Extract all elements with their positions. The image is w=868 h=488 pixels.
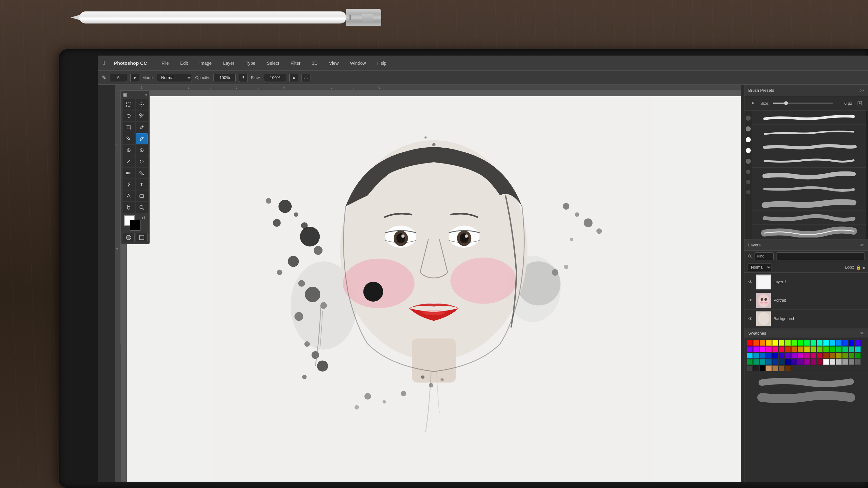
tools-close-btn[interactable]: ✕ bbox=[123, 93, 127, 97]
swatch[interactable] bbox=[848, 340, 854, 346]
menu-filter[interactable]: Filter bbox=[289, 59, 303, 67]
swatch[interactable] bbox=[766, 353, 772, 358]
swatch[interactable] bbox=[747, 365, 753, 371]
swatch[interactable] bbox=[772, 340, 778, 346]
swatch[interactable] bbox=[848, 353, 854, 358]
brush-preset-3[interactable] bbox=[752, 139, 866, 153]
crop-tool[interactable] bbox=[123, 122, 135, 133]
pen-tool[interactable] bbox=[123, 179, 135, 190]
new-brush-icon[interactable] bbox=[855, 99, 864, 108]
swatch[interactable] bbox=[817, 359, 823, 365]
swatch[interactable] bbox=[779, 359, 784, 365]
swatch[interactable] bbox=[766, 359, 772, 365]
mode-select[interactable]: Normal Multiply Screen bbox=[157, 74, 192, 82]
swatch[interactable] bbox=[785, 353, 791, 358]
swatch[interactable] bbox=[753, 340, 759, 346]
swatch[interactable] bbox=[855, 347, 861, 352]
brush-size-slider[interactable] bbox=[773, 103, 833, 104]
swatch[interactable] bbox=[772, 353, 778, 358]
swatch[interactable] bbox=[823, 340, 829, 346]
swatch[interactable] bbox=[753, 353, 759, 358]
brush-presets-collapse-btn[interactable]: ≫ bbox=[860, 88, 864, 93]
swatch[interactable] bbox=[817, 347, 823, 352]
swatch[interactable] bbox=[842, 340, 848, 346]
swatch[interactable] bbox=[855, 353, 861, 358]
swatch[interactable] bbox=[804, 359, 810, 365]
eyedropper-tool[interactable] bbox=[136, 122, 148, 133]
brush-size-down-icon[interactable] bbox=[748, 99, 757, 108]
swatch[interactable] bbox=[804, 340, 810, 346]
layer-item-3[interactable]: 👁 Background bbox=[744, 310, 868, 328]
swatch[interactable] bbox=[823, 347, 829, 352]
tools-expand-btn[interactable]: » bbox=[145, 93, 148, 97]
menu-image[interactable]: Image bbox=[197, 59, 214, 67]
brush-preset-2[interactable] bbox=[752, 125, 866, 139]
layers-visibility-lock-icon[interactable]: ■ bbox=[862, 265, 865, 270]
layers-collapse-btn[interactable]: ≫ bbox=[860, 242, 864, 247]
gradient-tool[interactable] bbox=[123, 168, 135, 178]
brush-preset-bottom-1[interactable] bbox=[744, 373, 868, 389]
layer-1-visibility-icon[interactable]: 👁 bbox=[747, 279, 754, 286]
swatch[interactable] bbox=[785, 340, 791, 346]
swatch[interactable] bbox=[810, 359, 816, 365]
swatch[interactable] bbox=[760, 359, 765, 365]
swatch[interactable] bbox=[747, 347, 753, 352]
swatch[interactable] bbox=[747, 340, 753, 346]
brush-preset-4[interactable] bbox=[752, 153, 866, 168]
layers-lock-icon[interactable]: 🔒 bbox=[856, 265, 861, 270]
reset-colors-icon[interactable]: ↺ bbox=[142, 215, 146, 220]
swatch[interactable] bbox=[810, 353, 816, 358]
menu-select[interactable]: Select bbox=[265, 59, 281, 67]
swatch[interactable] bbox=[836, 353, 842, 358]
swatch[interactable] bbox=[817, 340, 823, 346]
swatch[interactable] bbox=[792, 353, 797, 358]
shape-tool[interactable] bbox=[136, 191, 148, 201]
swatch[interactable] bbox=[810, 347, 816, 352]
layer-3-visibility-icon[interactable]: 👁 bbox=[747, 315, 754, 322]
text-tool[interactable]: T bbox=[136, 179, 148, 190]
swatch[interactable] bbox=[798, 353, 804, 358]
swatch[interactable] bbox=[855, 340, 861, 346]
swatch[interactable] bbox=[842, 347, 848, 352]
swatch[interactable] bbox=[785, 359, 791, 365]
swatch[interactable] bbox=[772, 359, 778, 365]
brush-preset-8[interactable] bbox=[752, 210, 866, 225]
swatch[interactable] bbox=[810, 340, 816, 346]
smooth-btn[interactable]: ◌ bbox=[302, 74, 310, 82]
swatch[interactable] bbox=[753, 359, 759, 365]
marquee-tool[interactable] bbox=[123, 99, 135, 110]
swatch[interactable] bbox=[836, 359, 842, 365]
swatch[interactable] bbox=[766, 340, 772, 346]
swatch[interactable] bbox=[830, 359, 835, 365]
swatch[interactable] bbox=[848, 359, 854, 365]
airbrush-icon[interactable]: 🖈 bbox=[239, 74, 248, 82]
brush-size-input[interactable] bbox=[110, 74, 127, 82]
swatch[interactable] bbox=[804, 353, 810, 358]
zoom-tool[interactable] bbox=[136, 202, 148, 213]
quick-mask-btn[interactable] bbox=[123, 233, 135, 242]
magic-wand-tool[interactable] bbox=[136, 110, 148, 121]
move-tool[interactable] bbox=[136, 99, 148, 110]
swatch[interactable] bbox=[747, 353, 753, 358]
clone-stamp-tool[interactable] bbox=[123, 145, 135, 156]
brush-preset-1[interactable] bbox=[752, 110, 866, 125]
hand-tool[interactable] bbox=[123, 202, 135, 213]
brush-tool[interactable] bbox=[136, 133, 148, 144]
brush-preset-6[interactable] bbox=[752, 182, 866, 196]
swatch[interactable] bbox=[760, 347, 765, 352]
menu-help[interactable]: Help bbox=[376, 59, 389, 67]
swatch[interactable] bbox=[779, 353, 784, 358]
swatch[interactable] bbox=[830, 353, 835, 358]
layers-search-input[interactable] bbox=[776, 252, 865, 260]
layer-2-visibility-icon[interactable]: 👁 bbox=[747, 297, 754, 304]
swatches-collapse-btn[interactable]: ≫ bbox=[860, 331, 864, 335]
swatch[interactable] bbox=[830, 347, 835, 352]
canvas-content[interactable] bbox=[127, 96, 741, 482]
blur-tool[interactable] bbox=[136, 156, 148, 167]
brush-preset-9[interactable] bbox=[752, 225, 866, 239]
menu-3d[interactable]: 3D bbox=[310, 59, 320, 67]
brush-size-thumb[interactable] bbox=[784, 101, 788, 105]
swatch[interactable] bbox=[766, 347, 772, 352]
swatch[interactable] bbox=[779, 347, 784, 352]
swatch[interactable] bbox=[798, 347, 804, 352]
